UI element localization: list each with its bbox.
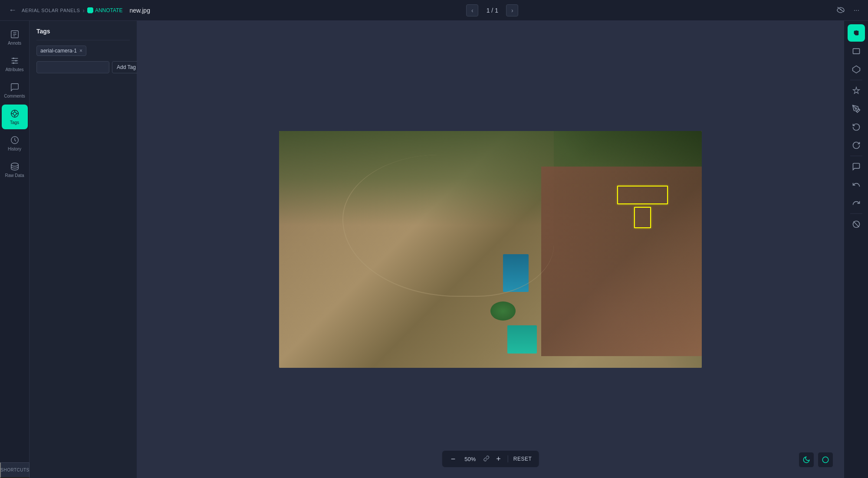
redo-button[interactable] bbox=[848, 194, 865, 212]
zoom-value: 50% bbox=[462, 456, 478, 462]
svg-point-15 bbox=[855, 108, 856, 109]
half-moon-icon-button[interactable] bbox=[799, 452, 814, 468]
zoom-reset-button[interactable]: RESET bbox=[513, 456, 532, 462]
breadcrumb-separator: › bbox=[82, 7, 85, 14]
sidebar-item-rawdata[interactable]: Raw Data bbox=[2, 157, 28, 182]
annotate-icon bbox=[87, 7, 93, 13]
svg-marker-14 bbox=[852, 66, 860, 73]
topbar: ← AERIAL SOLAR PANELS › ANNOTATE new.jpg… bbox=[0, 0, 868, 21]
breadcrumb-annotate: ANNOTATE bbox=[87, 7, 123, 13]
aerial-bg bbox=[279, 131, 702, 368]
page-indicator: 1 / 1 bbox=[483, 7, 501, 14]
zoom-in-button[interactable]: + bbox=[494, 454, 503, 464]
more-menu-icon[interactable]: ··· bbox=[852, 5, 861, 16]
rt-divider-2 bbox=[850, 156, 862, 156]
rotate-right-button[interactable] bbox=[848, 137, 865, 154]
bottom-right-icons bbox=[799, 452, 833, 468]
undo-button[interactable] bbox=[848, 176, 865, 193]
attributes-icon bbox=[10, 56, 20, 65]
sidebar-item-history[interactable]: History bbox=[2, 131, 28, 156]
pool-2 bbox=[507, 325, 537, 354]
back-button[interactable]: ← bbox=[7, 4, 18, 16]
tag-chips: aerial-camera-1 × bbox=[36, 46, 130, 56]
tag-input[interactable] bbox=[36, 61, 109, 73]
sidebar-label-comments: Comments bbox=[4, 94, 25, 98]
add-tag-button[interactable]: Add Tag bbox=[112, 61, 141, 73]
topbar-left: ← AERIAL SOLAR PANELS › ANNOTATE new.jpg bbox=[7, 4, 150, 16]
rawdata-icon bbox=[10, 162, 20, 171]
svg-point-3 bbox=[13, 62, 14, 64]
sidebar-label-attributes: Attributes bbox=[5, 67, 23, 72]
rt-divider-3 bbox=[850, 213, 862, 214]
comment-button[interactable] bbox=[848, 158, 865, 175]
main-content: Annots Attributes Comments bbox=[0, 21, 868, 478]
tags-icon bbox=[10, 109, 20, 118]
svg-point-2 bbox=[15, 60, 16, 62]
rotate-left-button[interactable] bbox=[848, 118, 865, 136]
tag-chip-label: aerial-camera-1 bbox=[40, 48, 77, 54]
tag-remove-button[interactable]: × bbox=[79, 48, 82, 54]
prev-page-button[interactable]: ‹ bbox=[466, 4, 478, 16]
sidebar-item-tags[interactable]: Tags bbox=[2, 105, 28, 129]
eye-slash-icon[interactable] bbox=[835, 4, 847, 16]
sidebar-item-attributes[interactable]: Attributes bbox=[2, 52, 28, 76]
sidebar-item-annots[interactable]: Annots bbox=[2, 25, 28, 50]
next-page-button[interactable]: › bbox=[506, 4, 518, 16]
polygon-tool-button[interactable] bbox=[848, 61, 865, 78]
zoom-toolbar: − 50% + RESET bbox=[442, 450, 539, 468]
clear-button[interactable] bbox=[848, 216, 865, 233]
image-container bbox=[279, 131, 702, 368]
svg-point-1 bbox=[13, 58, 14, 59]
hand-tool-button[interactable] bbox=[848, 24, 865, 42]
svg-point-12 bbox=[822, 457, 829, 463]
topbar-right: ··· bbox=[835, 4, 861, 16]
breadcrumb-project: AERIAL SOLAR PANELS bbox=[22, 8, 80, 13]
brush-tool-button[interactable] bbox=[848, 100, 865, 118]
sidebar-label-rawdata: Raw Data bbox=[5, 173, 24, 178]
right-toolbar bbox=[844, 21, 868, 478]
rt-divider-1 bbox=[850, 80, 862, 80]
add-tag-row: Add Tag bbox=[36, 61, 130, 73]
sidebar-label-annots: Annots bbox=[8, 41, 21, 46]
canvas-area[interactable]: − 50% + RESET bbox=[137, 21, 844, 478]
circle-icon-button[interactable] bbox=[818, 452, 833, 468]
annotation-box-2[interactable] bbox=[634, 207, 651, 228]
ai-tool-button[interactable] bbox=[848, 82, 865, 99]
breadcrumb: AERIAL SOLAR PANELS › ANNOTATE bbox=[22, 7, 122, 14]
rectangle-tool-button[interactable] bbox=[848, 43, 865, 60]
zoom-out-button[interactable]: − bbox=[449, 454, 457, 464]
svg-point-5 bbox=[13, 112, 16, 115]
svg-rect-13 bbox=[853, 49, 859, 54]
svg-line-17 bbox=[853, 222, 859, 227]
svg-point-11 bbox=[11, 163, 18, 166]
sidebar-item-comments[interactable]: Comments bbox=[2, 78, 28, 103]
annotation-box-1[interactable] bbox=[617, 186, 668, 205]
panel-divider bbox=[36, 40, 130, 40]
history-icon bbox=[10, 135, 20, 145]
shortcuts-button[interactable]: SHORTCUTS bbox=[0, 462, 30, 478]
panel-title: Tags bbox=[36, 28, 130, 35]
aerial-image bbox=[279, 131, 702, 368]
zoom-divider bbox=[508, 455, 508, 462]
sidebar-label-tags: Tags bbox=[10, 120, 19, 125]
comments-icon bbox=[10, 82, 20, 92]
annots-icon bbox=[10, 29, 20, 39]
zoom-link-icon[interactable] bbox=[483, 455, 489, 463]
left-sidebar: Annots Attributes Comments bbox=[0, 21, 30, 478]
filename-label: new.jpg bbox=[129, 7, 150, 14]
sidebar-label-history: History bbox=[8, 147, 21, 151]
tags-panel: Tags aerial-camera-1 × Add Tag bbox=[30, 21, 137, 478]
green-island bbox=[490, 301, 516, 321]
tag-chip-aerial: aerial-camera-1 × bbox=[36, 46, 86, 56]
topbar-center: ‹ 1 / 1 › bbox=[466, 4, 518, 16]
